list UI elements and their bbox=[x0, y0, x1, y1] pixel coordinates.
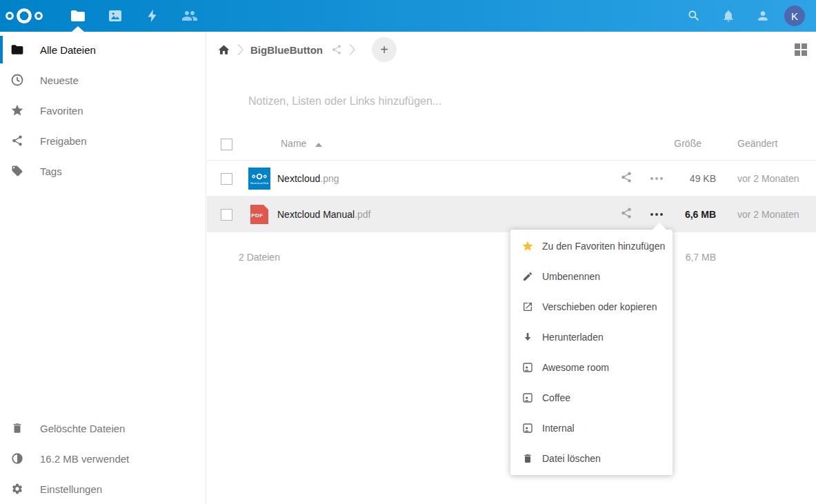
sidebar: Alle Dateien Neueste Favoriten Freigaben… bbox=[0, 32, 206, 504]
select-all-checkbox[interactable] bbox=[221, 139, 232, 150]
breadcrumb: BigBlueButton + bbox=[207, 32, 816, 68]
sidebar-item-label: Gelöschte Dateien bbox=[40, 423, 125, 434]
nextcloud-logo[interactable] bbox=[0, 0, 48, 32]
menu-item-internal-room[interactable]: Internal bbox=[510, 413, 673, 443]
menu-caret bbox=[653, 223, 666, 230]
menu-item-label: Internal bbox=[542, 423, 575, 434]
menu-item-download[interactable]: Herunterladen bbox=[510, 322, 673, 352]
column-header-name[interactable]: Name bbox=[281, 138, 306, 149]
sidebar-item-all-files[interactable]: Alle Dateien bbox=[0, 34, 206, 65]
home-icon[interactable] bbox=[217, 43, 230, 57]
file-actions-menu: Zu den Favoriten hinzufügen Umbenennen V… bbox=[510, 230, 673, 475]
menu-item-label: Datei löschen bbox=[542, 453, 601, 464]
sidebar-item-settings[interactable]: Einstellungen bbox=[0, 474, 206, 504]
new-file-button[interactable]: + bbox=[372, 37, 397, 62]
file-row-nextcloud-manual-pdf[interactable]: PDF Nextcloud Manual.pdf 6,6 MB vor 2 Mo… bbox=[207, 196, 816, 232]
grid-icon bbox=[795, 43, 807, 56]
menu-item-delete-file[interactable]: Datei löschen bbox=[510, 443, 673, 474]
row-checkbox[interactable] bbox=[221, 173, 232, 185]
room-icon bbox=[521, 361, 534, 374]
pencil-icon bbox=[521, 270, 534, 283]
gear-icon bbox=[10, 481, 25, 496]
photos-icon bbox=[107, 8, 123, 24]
sidebar-item-label: Alle Dateien bbox=[40, 44, 96, 56]
chevron-right-icon bbox=[349, 43, 355, 57]
sidebar-footer: Gelöschte Dateien 16.2 MB verwendet Eins… bbox=[0, 413, 206, 504]
trash-icon bbox=[521, 452, 534, 465]
room-icon bbox=[521, 422, 534, 434]
lightning-icon bbox=[145, 8, 160, 24]
menu-item-add-to-favorites[interactable]: Zu den Favoriten hinzufügen bbox=[510, 231, 673, 261]
sidebar-item-deleted-files[interactable]: Gelöschte Dateien bbox=[0, 413, 206, 443]
user-avatar[interactable]: K bbox=[784, 6, 805, 26]
app-activity[interactable] bbox=[134, 0, 171, 32]
menu-item-label: Zu den Favoriten hinzufügen bbox=[542, 241, 665, 252]
search-icon bbox=[687, 9, 701, 23]
contacts-menu-button[interactable] bbox=[746, 0, 780, 32]
files-content: BigBlueButton + Name Größe Geändert bbox=[207, 32, 816, 504]
sort-ascending-icon[interactable] bbox=[315, 143, 322, 147]
star-icon bbox=[10, 103, 25, 118]
move-icon bbox=[521, 301, 534, 313]
sidebar-item-tags[interactable]: Tags bbox=[0, 156, 206, 186]
app-files[interactable] bbox=[59, 0, 97, 32]
search-button[interactable] bbox=[677, 0, 711, 32]
menu-item-move-or-copy[interactable]: Verschieben oder kopieren bbox=[510, 292, 673, 322]
menu-item-label: Verschieben oder kopieren bbox=[542, 301, 657, 312]
file-modified: vor 2 Monaten bbox=[737, 173, 799, 184]
share-icon bbox=[10, 133, 25, 148]
quota-icon bbox=[10, 451, 25, 466]
table-header-row: Name Größe Geändert bbox=[207, 128, 816, 161]
share-icon[interactable] bbox=[331, 44, 342, 55]
sidebar-item-recent[interactable]: Neueste bbox=[0, 65, 206, 95]
rich-workspace bbox=[239, 90, 584, 113]
column-header-size[interactable]: Größe bbox=[646, 138, 701, 149]
grid-view-toggle[interactable] bbox=[795, 43, 807, 56]
breadcrumb-current-folder[interactable]: BigBlueButton bbox=[250, 44, 323, 56]
sidebar-item-label: Neueste bbox=[40, 74, 79, 86]
bell-icon bbox=[722, 9, 735, 23]
clock-icon bbox=[10, 72, 25, 88]
sidebar-item-favorites[interactable]: Favoriten bbox=[0, 95, 206, 125]
sidebar-item-label: Freigaben bbox=[40, 135, 87, 147]
thumb-caption: Nextcloud Hub bbox=[250, 181, 268, 185]
sidebar-item-shares[interactable]: Freigaben bbox=[0, 125, 206, 156]
room-icon bbox=[521, 392, 534, 404]
app-photos[interactable] bbox=[97, 0, 134, 32]
share-icon[interactable] bbox=[620, 171, 633, 183]
menu-item-awesome-room[interactable]: Awesome room bbox=[510, 352, 673, 383]
workspace-notes-input[interactable] bbox=[239, 90, 589, 113]
sidebar-item-label: Einstellungen bbox=[40, 483, 102, 495]
chevron-right-icon bbox=[237, 43, 243, 57]
file-thumbnail-pdf: PDF bbox=[248, 203, 270, 225]
menu-item-label: Awesome room bbox=[542, 362, 609, 373]
app-navigation bbox=[59, 0, 208, 32]
sidebar-item-label: Tags bbox=[40, 165, 62, 177]
sidebar-item-quota[interactable]: 16.2 MB verwendet bbox=[0, 443, 206, 474]
pdf-label: PDF bbox=[248, 212, 266, 219]
share-icon[interactable] bbox=[620, 207, 633, 219]
menu-item-coffee-room[interactable]: Coffee bbox=[510, 383, 673, 413]
sidebar-item-label: Favoriten bbox=[40, 105, 83, 117]
file-row-nextcloud-png[interactable]: Nextcloud Hub Nextcloud.png 49 KB vor 2 … bbox=[207, 161, 816, 196]
download-icon bbox=[521, 331, 534, 343]
file-thumbnail-png: Nextcloud Hub bbox=[248, 168, 270, 190]
app-contacts[interactable] bbox=[171, 0, 208, 32]
menu-item-label: Umbenennen bbox=[542, 271, 600, 282]
notifications-button[interactable] bbox=[711, 0, 746, 32]
file-size: 49 KB bbox=[646, 173, 716, 184]
menu-item-rename[interactable]: Umbenennen bbox=[510, 261, 673, 292]
column-header-modified[interactable]: Geändert bbox=[737, 138, 777, 149]
row-checkbox[interactable] bbox=[221, 209, 232, 221]
folder-icon bbox=[70, 8, 86, 24]
active-app-notch bbox=[72, 26, 84, 32]
file-count: 2 Dateien bbox=[239, 252, 280, 263]
file-modified: vor 2 Monaten bbox=[737, 209, 799, 220]
folder-icon bbox=[10, 42, 25, 57]
sidebar-item-label: 16.2 MB verwendet bbox=[40, 453, 129, 465]
trash-icon bbox=[10, 421, 25, 436]
top-bar: K bbox=[0, 0, 816, 32]
person-icon bbox=[756, 9, 770, 23]
file-name[interactable]: Nextcloud.png bbox=[277, 173, 339, 184]
file-name[interactable]: Nextcloud Manual.pdf bbox=[277, 209, 370, 220]
